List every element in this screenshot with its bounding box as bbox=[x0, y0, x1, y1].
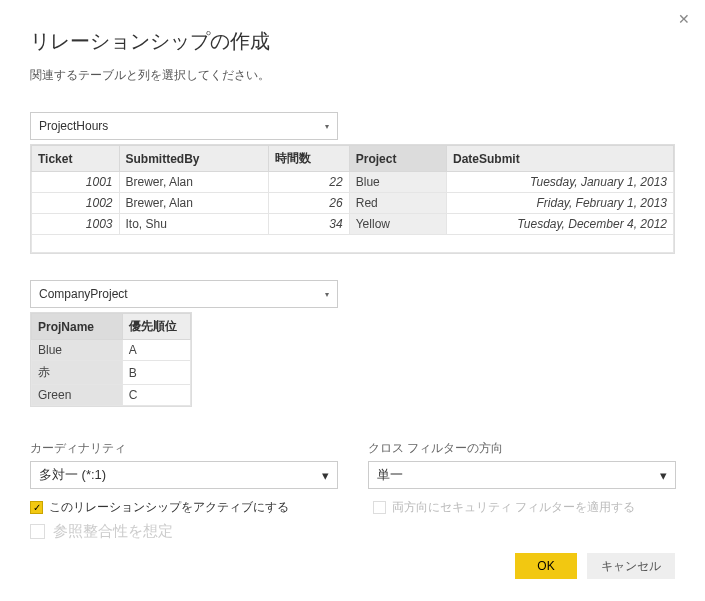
table-row-empty bbox=[32, 235, 674, 253]
table-row[interactable]: Blue A bbox=[32, 340, 191, 361]
assume-integrity-label: 参照整合性を想定 bbox=[53, 522, 173, 541]
chevron-down-icon: ▾ bbox=[325, 122, 329, 131]
table1-header[interactable]: DateSubmit bbox=[446, 146, 673, 172]
table1-select-value: ProjectHours bbox=[39, 119, 108, 133]
table-row[interactable]: 赤 B bbox=[32, 361, 191, 385]
options-row: カーディナリティ 多対一 (*:1) ▾ クロス フィルターの方向 単一 ▾ bbox=[30, 440, 675, 489]
table2-select[interactable]: CompanyProject ▾ bbox=[30, 280, 338, 308]
chevron-down-icon: ▾ bbox=[660, 468, 667, 483]
chevron-down-icon: ▾ bbox=[325, 290, 329, 299]
table-row[interactable]: 1003 Ito, Shu 34 Yellow Tuesday, Decembe… bbox=[32, 214, 674, 235]
table-row[interactable]: 1001 Brewer, Alan 22 Blue Tuesday, Janua… bbox=[32, 172, 674, 193]
security-filter-label: 両方向にセキュリティ フィルターを適用する bbox=[392, 499, 635, 516]
checkbox-icon: ✓ bbox=[30, 501, 43, 514]
close-icon: ✕ bbox=[678, 11, 690, 27]
cardinality-label: カーディナリティ bbox=[30, 440, 338, 457]
table1-preview: Ticket SubmittedBy 時間数 Project DateSubmi… bbox=[30, 144, 675, 254]
table2-select-value: CompanyProject bbox=[39, 287, 128, 301]
crossfilter-select[interactable]: 単一 ▾ bbox=[368, 461, 676, 489]
cardinality-value: 多対一 (*:1) bbox=[39, 466, 106, 484]
chevron-down-icon: ▾ bbox=[322, 468, 329, 483]
crossfilter-label: クロス フィルターの方向 bbox=[368, 440, 676, 457]
dialog-subtitle: 関連するテーブルと列を選択してください。 bbox=[30, 67, 675, 84]
active-relationship-label: このリレーションシップをアクティブにする bbox=[49, 499, 289, 516]
dialog-title: リレーションシップの作成 bbox=[30, 28, 675, 55]
table1-header[interactable]: 時間数 bbox=[268, 146, 349, 172]
crossfilter-value: 単一 bbox=[377, 466, 403, 484]
checkbox-row: ✓ このリレーションシップをアクティブにする 参照整合性を想定 両方向にセキュリ… bbox=[30, 499, 675, 541]
checkbox-icon bbox=[373, 501, 386, 514]
cancel-button[interactable]: キャンセル bbox=[587, 553, 675, 579]
table2-header[interactable]: ProjName bbox=[32, 314, 123, 340]
table-row[interactable]: Green C bbox=[32, 385, 191, 406]
dialog-buttons: OK キャンセル bbox=[515, 553, 675, 579]
table2-header[interactable]: 優先順位 bbox=[122, 314, 190, 340]
table1-header[interactable]: Project bbox=[349, 146, 446, 172]
table1-header[interactable]: SubmittedBy bbox=[119, 146, 268, 172]
table1-select[interactable]: ProjectHours ▾ bbox=[30, 112, 338, 140]
ok-button[interactable]: OK bbox=[515, 553, 577, 579]
close-button[interactable]: ✕ bbox=[675, 10, 693, 28]
active-relationship-checkbox[interactable]: ✓ このリレーションシップをアクティブにする bbox=[30, 499, 333, 516]
cardinality-select[interactable]: 多対一 (*:1) ▾ bbox=[30, 461, 338, 489]
table2-preview: ProjName 優先順位 Blue A 赤 B Green C bbox=[30, 312, 192, 407]
create-relationship-dialog: ✕ リレーションシップの作成 関連するテーブルと列を選択してください。 Proj… bbox=[0, 0, 705, 559]
assume-integrity-checkbox: 参照整合性を想定 bbox=[30, 522, 333, 541]
security-filter-checkbox: 両方向にセキュリティ フィルターを適用する bbox=[373, 499, 676, 516]
checkbox-icon bbox=[30, 524, 45, 539]
table1-header[interactable]: Ticket bbox=[32, 146, 120, 172]
table-row[interactable]: 1002 Brewer, Alan 26 Red Friday, Februar… bbox=[32, 193, 674, 214]
